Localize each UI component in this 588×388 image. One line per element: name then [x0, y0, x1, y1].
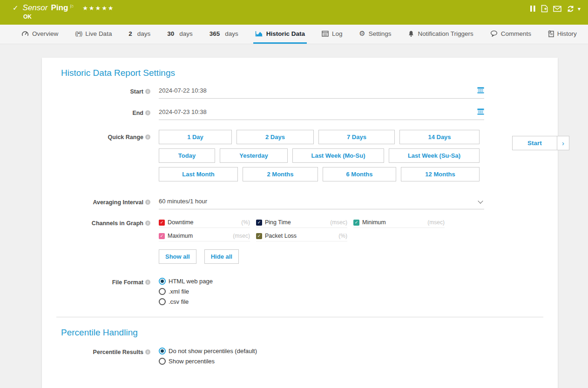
header-menu-caret-icon[interactable]: ▾	[578, 6, 581, 12]
gear-icon: ⚙	[359, 29, 365, 38]
file-format-label: File Format	[42, 278, 150, 286]
tab-live-data[interactable]: ((•)) Live Data	[73, 25, 114, 44]
sensor-name: Ping	[51, 3, 68, 13]
sensor-type-label: Sensor	[23, 3, 48, 13]
flag-icon[interactable]: ⚐	[69, 4, 74, 10]
channel-downtime: Downtime (%)	[159, 219, 250, 228]
file-format-html-radio[interactable]: HTML web page	[159, 278, 484, 285]
report-page-icon[interactable]	[541, 5, 548, 13]
pause-icon[interactable]	[530, 5, 536, 12]
averaging-interval-select[interactable]: 60 minutes/1 hour	[159, 198, 484, 209]
quick-range-today-button[interactable]: Today	[159, 148, 215, 163]
channel-checkbox[interactable]	[159, 220, 165, 226]
comment-bubble-icon	[490, 30, 498, 37]
info-icon[interactable]	[145, 89, 150, 94]
tab-comments[interactable]: Comments	[488, 25, 533, 44]
radio-icon[interactable]	[159, 298, 166, 305]
quick-range-2-months-button[interactable]: 2 Months	[243, 167, 318, 181]
mail-icon[interactable]	[553, 6, 561, 12]
channel-maximum: Maximum (msec)	[159, 233, 250, 241]
sensor-header: ✓ Sensor Ping ⚐ ★★★★★ OK ▾	[0, 0, 588, 25]
sensor-status-badge: OK	[23, 13, 588, 20]
start-label: Start	[42, 87, 150, 95]
tab-365-days[interactable]: 365 days	[208, 25, 240, 44]
calendar-icon[interactable]	[477, 108, 484, 117]
tab-log[interactable]: Log	[320, 25, 345, 44]
quick-range-last-month-button[interactable]: Last Month	[159, 167, 238, 181]
quick-range-12-months-button[interactable]: 12 Months	[401, 167, 480, 181]
tab-history[interactable]: History	[546, 25, 579, 44]
live-data-icon: ((•))	[75, 30, 82, 37]
bell-icon	[408, 30, 414, 37]
area-chart-icon	[255, 30, 263, 37]
sensor-tab-bar: Overview ((•)) Live Data 2 days 30 days …	[0, 25, 588, 44]
quick-range-6-months-button[interactable]: 6 Months	[323, 167, 396, 181]
show-all-button[interactable]: Show all	[159, 249, 196, 264]
tab-overview[interactable]: Overview	[20, 25, 60, 44]
end-label: End	[42, 108, 150, 116]
start-report-split-button: Start ›	[512, 136, 569, 150]
log-list-icon	[322, 31, 329, 37]
history-page-icon	[548, 30, 554, 37]
radio-icon[interactable]	[159, 358, 166, 365]
quick-range-1-day-button[interactable]: 1 Day	[159, 130, 232, 144]
refresh-icon[interactable]	[567, 5, 574, 13]
info-icon[interactable]	[145, 280, 150, 285]
channel-checkbox[interactable]	[256, 233, 262, 239]
info-icon[interactable]	[145, 110, 150, 115]
end-date-input[interactable]: 2024-07-23 10:38	[159, 108, 484, 120]
channel-checkbox[interactable]	[159, 233, 165, 239]
percentile-results-label: Percentile Results	[42, 348, 150, 355]
hide-all-button[interactable]: Hide all	[204, 249, 239, 264]
info-icon[interactable]	[145, 134, 150, 140]
quick-range-last-week-mo-su-button[interactable]: Last Week (Mo-Su)	[292, 148, 384, 163]
tab-2-days[interactable]: 2 days	[127, 25, 152, 44]
report-settings-title: Historic Data Report Settings	[61, 68, 558, 78]
status-check-icon: ✓	[13, 4, 19, 12]
channel-packet-loss: Packet Loss (%)	[256, 233, 347, 241]
info-icon[interactable]	[145, 349, 150, 355]
calendar-icon[interactable]	[477, 87, 484, 95]
file-format-csv-radio[interactable]: .csv file	[159, 298, 484, 305]
file-format-xml-radio[interactable]: .xml file	[159, 288, 484, 295]
info-icon[interactable]	[145, 221, 150, 226]
tab-settings[interactable]: ⚙ Settings	[357, 25, 393, 44]
quick-range-label: Quick Range	[42, 130, 150, 140]
channel-checkbox[interactable]	[256, 220, 262, 226]
start-report-chevron-icon[interactable]: ›	[557, 136, 569, 150]
gauge-icon	[21, 30, 29, 37]
radio-icon[interactable]	[159, 288, 166, 295]
tab-notification-triggers[interactable]: Notification Triggers	[406, 25, 475, 44]
channel-checkbox[interactable]	[353, 220, 359, 226]
percentile-handling-title: Percentile Handling	[61, 328, 558, 338]
start-date-input[interactable]: 2024-07-22 10:38	[159, 87, 484, 99]
priority-stars[interactable]: ★★★★★	[82, 5, 114, 12]
quick-range-7-days-button[interactable]: 7 Days	[318, 130, 395, 144]
channel-minimum: Minimum (msec)	[353, 219, 445, 228]
section-divider	[56, 317, 543, 317]
channel-ping-time: Ping Time (msec)	[256, 219, 347, 228]
radio-icon[interactable]	[159, 278, 166, 285]
averaging-interval-label: Averaging Interval	[42, 198, 150, 206]
quick-range-2-days-button[interactable]: 2 Days	[237, 130, 314, 144]
start-report-button[interactable]: Start	[512, 136, 557, 150]
quick-range-yesterday-button[interactable]: Yesterday	[220, 148, 288, 163]
historic-data-panel: Historic Data Report Settings Start 2024…	[42, 58, 558, 388]
quick-range-14-days-button[interactable]: 14 Days	[399, 130, 480, 144]
radio-icon[interactable]	[159, 348, 166, 355]
tab-30-days[interactable]: 30 days	[165, 25, 195, 44]
tab-historic-data[interactable]: Historic Data	[253, 25, 307, 44]
quick-range-last-week-su-sa-button[interactable]: Last Week (Su-Sa)	[389, 148, 480, 163]
info-icon[interactable]	[145, 200, 150, 205]
channels-in-graph-label: Channels in Graph	[42, 217, 150, 227]
percentile-on-radio[interactable]: Show percentiles	[159, 358, 484, 365]
percentile-off-radio[interactable]: Do not show percentiles (default)	[159, 348, 484, 355]
